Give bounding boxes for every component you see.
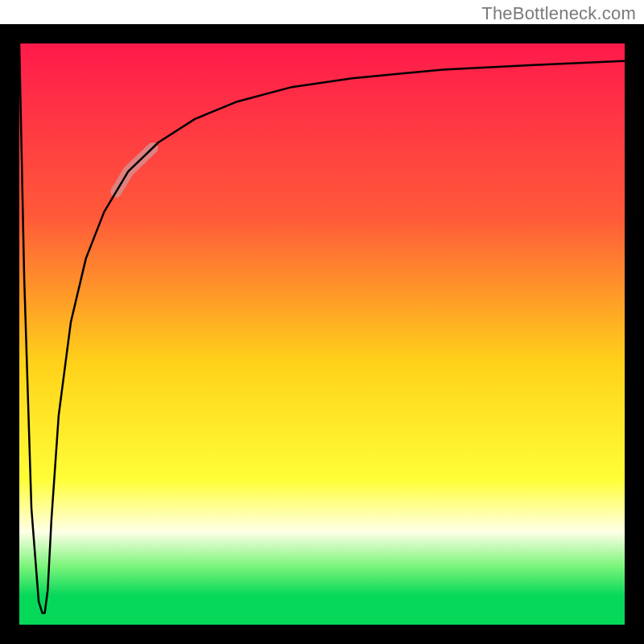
chart-container: TheBottleneck.com xyxy=(0,0,644,644)
attribution-text: TheBottleneck.com xyxy=(481,3,636,24)
plot-area xyxy=(19,43,625,625)
gradient-background xyxy=(19,43,625,625)
bottleneck-chart xyxy=(0,24,644,644)
